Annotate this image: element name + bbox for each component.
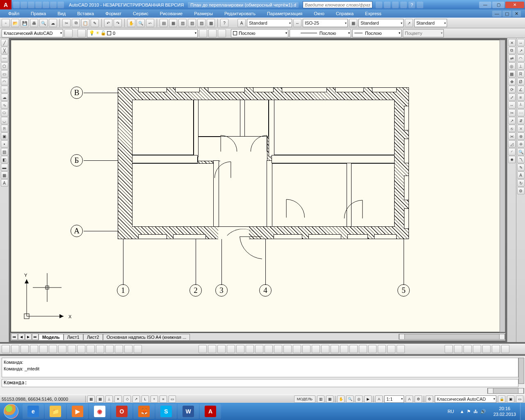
key-icon[interactable] <box>384 2 390 8</box>
explode-icon[interactable]: ✸ <box>508 156 516 163</box>
ct2[interactable] <box>208 345 216 353</box>
taskbar-autocad[interactable]: A <box>200 404 221 419</box>
menu-express[interactable]: Express <box>359 10 387 17</box>
tray-volume-icon[interactable]: 🔊 <box>480 409 486 414</box>
model-canvas[interactable]: В Б А 1 2 3 4 5 <box>11 40 505 332</box>
draworder-icon[interactable] <box>2 345 10 353</box>
markup-icon[interactable]: ▨ <box>197 19 205 27</box>
grid-toggle[interactable]: ▩ <box>96 395 104 403</box>
annovis-icon[interactable]: A <box>406 395 413 403</box>
dimstyle-icon[interactable]: ↔ <box>293 19 301 27</box>
layer-state-icon[interactable] <box>208 29 217 37</box>
cut-icon[interactable]: ✂ <box>62 19 71 27</box>
ct6[interactable] <box>246 345 254 353</box>
taskbar-media[interactable]: ▶ <box>67 404 88 419</box>
show-desktop-button[interactable] <box>520 403 525 420</box>
point-icon[interactable]: • <box>1 140 8 148</box>
layer-prev-icon[interactable] <box>199 29 207 37</box>
canvas-vscroll[interactable] <box>500 40 505 332</box>
open-icon[interactable]: 📂 <box>11 19 19 27</box>
preview-icon[interactable]: 🔍 <box>39 19 48 27</box>
bt13[interactable] <box>115 345 123 353</box>
paste-icon[interactable]: 📋 <box>81 19 89 27</box>
layer-iso-icon[interactable] <box>218 29 226 37</box>
ducs-toggle[interactable]: L <box>142 395 149 403</box>
lwt-toggle[interactable]: ≡ <box>160 395 167 403</box>
textstyle-icon[interactable]: A <box>237 19 246 27</box>
rt4[interactable] <box>473 345 481 353</box>
erase-icon[interactable]: ✕ <box>508 39 516 46</box>
taskbar-word[interactable]: W <box>178 404 199 419</box>
rt2[interactable] <box>454 345 462 353</box>
bt14[interactable] <box>124 345 132 353</box>
tab-layout2[interactable]: Лист2 <box>83 334 103 340</box>
xline-icon[interactable]: ╳ <box>1 47 8 54</box>
chamfer-icon[interactable]: ◿ <box>508 140 516 148</box>
tablestyle-icon[interactable]: ▦ <box>349 19 357 27</box>
clock[interactable]: 20:16 23.02.2013 <box>489 406 520 417</box>
dim-linear-icon[interactable]: ↔ <box>517 39 525 46</box>
dim-space-icon[interactable]: ⇵ <box>517 117 525 124</box>
command-history[interactable]: Команда: Команда: _mtedit <box>2 358 518 377</box>
doc-restore-button[interactable]: ▢ <box>502 11 511 17</box>
help-icon[interactable]: ? <box>409 2 415 8</box>
otrack-toggle[interactable]: ↗ <box>132 395 140 403</box>
layer-manager-icon[interactable] <box>78 29 86 37</box>
ct9[interactable] <box>274 345 282 353</box>
extend-icon[interactable]: ↗ <box>508 117 516 124</box>
ct12[interactable] <box>302 345 310 353</box>
fillet-icon[interactable]: ◜ <box>508 148 516 155</box>
binoculars-icon[interactable] <box>376 2 382 8</box>
annoauto-icon[interactable]: ⚙ <box>415 395 422 403</box>
plotstyle-selector[interactable]: Поцвету <box>403 29 444 37</box>
tab-nav-last[interactable]: ⏭ <box>32 333 39 340</box>
ct13[interactable] <box>312 345 320 353</box>
ct15[interactable] <box>331 345 339 353</box>
bt5[interactable] <box>39 345 48 353</box>
annoscale-icon[interactable]: A <box>375 395 383 403</box>
mtext-icon[interactable]: A <box>1 179 8 187</box>
maximize-button[interactable]: ▢ <box>492 2 504 8</box>
showmotion-icon[interactable]: ▶ <box>364 395 372 403</box>
scale-icon[interactable]: ⤢ <box>508 94 516 101</box>
qp-toggle[interactable]: ▭ <box>169 395 176 403</box>
tab-nav-next[interactable]: ▶ <box>25 333 32 340</box>
menu-view[interactable]: Вид <box>52 10 71 17</box>
bt12[interactable] <box>105 345 114 353</box>
linetype-selector[interactable]: Послою <box>290 29 351 37</box>
array-icon[interactable]: ▦ <box>508 70 516 78</box>
spline-icon[interactable]: ∿ <box>1 101 8 109</box>
color-selector[interactable]: Послою <box>231 29 288 37</box>
dyn-toggle[interactable]: + <box>151 395 158 403</box>
menu-tools[interactable]: Сервис <box>127 10 154 17</box>
rt5[interactable] <box>482 345 491 353</box>
qat-dropdown-icon[interactable] <box>57 2 64 8</box>
lock-ui-icon[interactable]: 🔒 <box>498 395 505 403</box>
inspect-icon[interactable]: 🔍 <box>517 148 525 155</box>
doc-close-button[interactable]: ✕ <box>512 11 521 17</box>
plot-icon[interactable]: 🖶 <box>30 19 38 27</box>
bt2[interactable] <box>11 345 19 353</box>
ct11[interactable] <box>293 345 301 353</box>
command-prompt[interactable]: Команда: <box>2 379 518 387</box>
start-button[interactable] <box>0 403 22 420</box>
rt3[interactable] <box>463 345 472 353</box>
zoom-icon[interactable]: 🔍 <box>137 19 145 27</box>
rt1[interactable] <box>445 345 453 353</box>
trim-icon[interactable]: ✂ <box>508 109 516 116</box>
ct21[interactable] <box>387 345 395 353</box>
bt9[interactable] <box>77 345 85 353</box>
cmd-vscroll[interactable] <box>518 358 524 384</box>
stretch-icon[interactable]: ↔ <box>508 101 516 109</box>
menu-window[interactable]: Окно <box>308 10 330 17</box>
insert-icon[interactable]: ⎘ <box>1 125 8 132</box>
text-style-selector[interactable]: Standard <box>247 19 292 27</box>
polar-toggle[interactable]: ✶ <box>114 395 122 403</box>
zoom2-icon[interactable]: 🔍 <box>346 395 354 403</box>
osnap-toggle[interactable]: ◇ <box>123 395 131 403</box>
ct17[interactable] <box>349 345 358 353</box>
copy-obj-icon[interactable]: ⧉ <box>508 47 516 54</box>
dimedit-icon[interactable]: ✎ <box>517 164 525 171</box>
bt11[interactable] <box>96 345 104 353</box>
coords-display[interactable]: 55153.0988, 66634.5146, 0.0000 <box>2 397 84 402</box>
